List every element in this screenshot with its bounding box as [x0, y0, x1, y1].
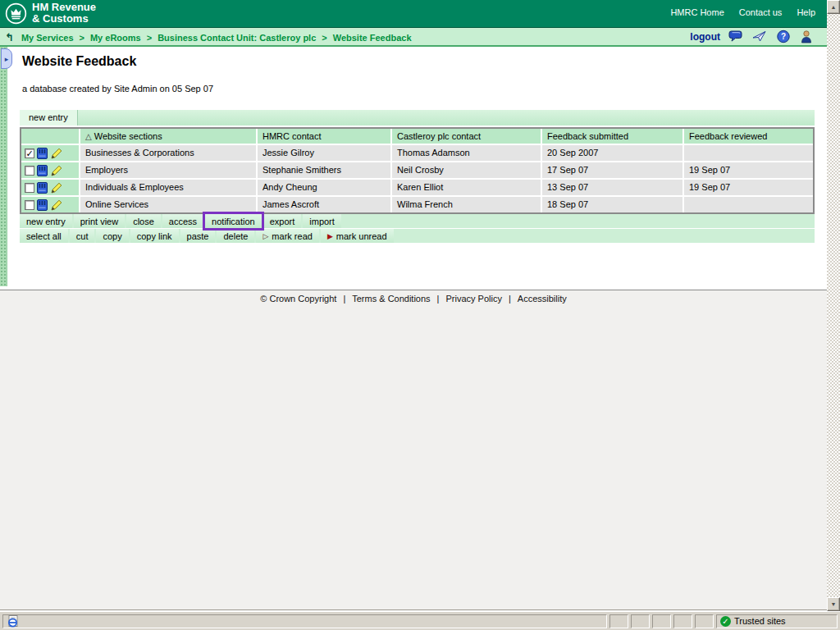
toolbar-row-1: new entry print view close access notifi…: [20, 214, 815, 228]
header-icon-column: [21, 129, 79, 144]
close-button[interactable]: close: [126, 214, 161, 228]
breadcrumb-bar: ↰ My Services > My eRooms > Business Con…: [0, 27, 827, 47]
new-entry-toolbar-button[interactable]: new entry: [20, 214, 72, 228]
edit-pencil-icon[interactable]: [50, 148, 62, 159]
app-header: HM Revenue & Customs HMRC Home Contact u…: [0, 0, 827, 27]
scroll-up-icon: ▲: [831, 4, 837, 10]
cell-castleroy-contact: Neil Crosby: [392, 162, 541, 178]
cell-website-section[interactable]: Employers: [80, 162, 256, 178]
footer-links: © Crown Copyright | Terms & Conditions |…: [0, 294, 827, 304]
feedback-table: △Website sections HMRC contact Castleroy…: [20, 127, 815, 214]
cell-feedback-reviewed: [684, 145, 813, 161]
new-entry-bar: new entry: [20, 110, 815, 126]
breadcrumb-my-erooms[interactable]: My eRooms: [90, 33, 141, 43]
breadcrumb-my-services[interactable]: My Services: [21, 33, 74, 43]
select-all-button[interactable]: select all: [20, 229, 68, 243]
breadcrumb-actions: logout ?: [690, 30, 815, 43]
link-hmrc-home[interactable]: HMRC Home: [670, 7, 724, 17]
logout-link[interactable]: logout: [690, 31, 720, 43]
toolbar-row-2: select all cut copy copy link paste dele…: [20, 229, 815, 243]
cut-button[interactable]: cut: [70, 229, 95, 243]
up-level-arrow-icon[interactable]: ↰: [5, 31, 14, 43]
cell-feedback-reviewed: 19 Sep 07: [684, 180, 813, 195]
ie-page-icon: [7, 614, 20, 628]
cell-hmrc-contact: James Ascroft: [258, 197, 390, 212]
entry-icon[interactable]: [37, 182, 48, 194]
new-entry-button[interactable]: new entry: [20, 110, 78, 126]
status-empty-pane: [673, 614, 692, 628]
scroll-up-button[interactable]: ▲: [827, 0, 840, 14]
delete-button[interactable]: delete: [217, 229, 254, 243]
help-icon[interactable]: ?: [776, 30, 792, 43]
entry-icon[interactable]: [37, 148, 48, 159]
link-help[interactable]: Help: [797, 7, 815, 17]
breadcrumb-separator: >: [80, 33, 84, 43]
cell-website-section[interactable]: Online Services: [80, 197, 256, 212]
crown-logo-icon: [5, 2, 27, 25]
privacy-policy-link[interactable]: Privacy Policy: [445, 294, 501, 304]
scroll-down-icon: ▼: [831, 601, 837, 607]
cell-feedback-submitted: 17 Sep 07: [542, 162, 682, 178]
row-controls: ✓: [21, 145, 79, 161]
notification-button[interactable]: notification: [205, 214, 262, 228]
mark-unread-button[interactable]: ▶ mark unread: [321, 229, 394, 243]
edit-pencil-icon[interactable]: [50, 199, 62, 211]
footer-separator: |: [343, 294, 345, 304]
cell-castleroy-contact: Wilma French: [392, 197, 541, 212]
sidebar-expand-tab[interactable]: ▸: [1, 48, 12, 69]
status-empty-pane: [695, 614, 714, 628]
edit-pencil-icon[interactable]: [50, 182, 62, 194]
status-empty-pane: [652, 614, 671, 628]
breadcrumb: ↰ My Services > My eRooms > Business Con…: [5, 31, 412, 43]
mark-read-button[interactable]: ▷ mark read: [256, 229, 318, 243]
vertical-scrollbar[interactable]: ▲ ▼: [827, 0, 840, 611]
trusted-sites-label: Trusted sites: [734, 616, 786, 626]
browser-viewport: HM Revenue & Customs HMRC Home Contact u…: [0, 0, 840, 630]
link-contact-us[interactable]: Contact us: [739, 7, 783, 17]
row-checkbox[interactable]: [25, 200, 34, 210]
row-checkbox[interactable]: ✓: [25, 148, 34, 158]
cell-website-section[interactable]: Businesses & Corporations: [80, 145, 256, 161]
cell-feedback-submitted: 18 Sep 07: [542, 197, 682, 212]
accessibility-link[interactable]: Accessibility: [518, 294, 567, 304]
status-empty-pane: [631, 614, 650, 628]
chat-bubble-icon[interactable]: [728, 30, 744, 43]
hmrc-logo: HM Revenue & Customs: [5, 2, 96, 25]
collapsed-sidebar-strip[interactable]: ▸: [0, 47, 7, 286]
access-button[interactable]: access: [162, 214, 203, 228]
entry-icon[interactable]: [37, 199, 48, 211]
row-controls: [21, 180, 79, 195]
row-checkbox[interactable]: [25, 183, 34, 193]
export-button[interactable]: export: [263, 214, 302, 228]
table-header-row: △Website sections HMRC contact Castleroy…: [21, 129, 813, 144]
cell-feedback-submitted: 20 Sep 2007: [542, 145, 682, 161]
member-icon[interactable]: [800, 30, 815, 43]
status-main-pane: [2, 614, 607, 628]
cell-hmrc-contact: Andy Cheung: [258, 180, 390, 195]
cell-feedback-submitted: 13 Sep 07: [542, 180, 682, 195]
copy-link-button[interactable]: copy link: [130, 229, 179, 243]
cell-website-section[interactable]: Individuals & Employees: [80, 180, 256, 195]
edit-pencil-icon[interactable]: [50, 165, 62, 176]
column-header-castleroy-contact[interactable]: Castleroy plc contact: [392, 129, 541, 144]
column-header-website-sections[interactable]: △Website sections: [80, 129, 256, 144]
cell-castleroy-contact: Thomas Adamson: [392, 145, 541, 161]
column-header-feedback-reviewed[interactable]: Feedback reviewed: [684, 129, 813, 144]
print-view-button[interactable]: print view: [74, 214, 125, 228]
import-button[interactable]: import: [303, 214, 341, 228]
row-checkbox[interactable]: [25, 166, 34, 176]
terms-conditions-link[interactable]: Terms & Conditions: [352, 294, 430, 304]
row-controls: [21, 162, 79, 178]
column-header-feedback-submitted[interactable]: Feedback submitted: [542, 129, 682, 144]
send-page-icon[interactable]: [752, 30, 768, 43]
page-content: ▸ Website Feedback a database created by…: [0, 47, 827, 290]
cell-feedback-reviewed: [684, 197, 813, 212]
brand-name: HM Revenue & Customs: [32, 2, 96, 25]
copy-button[interactable]: copy: [96, 229, 128, 243]
entry-icon[interactable]: [37, 165, 48, 176]
paste-button[interactable]: paste: [180, 229, 216, 243]
scroll-down-button[interactable]: ▼: [827, 597, 840, 611]
table-row: Online Services James Ascroft Wilma Fren…: [21, 197, 813, 212]
breadcrumb-business-contact-unit[interactable]: Business Contact Unit: Castleroy plc: [158, 33, 316, 43]
column-header-hmrc-contact[interactable]: HMRC contact: [258, 129, 390, 144]
